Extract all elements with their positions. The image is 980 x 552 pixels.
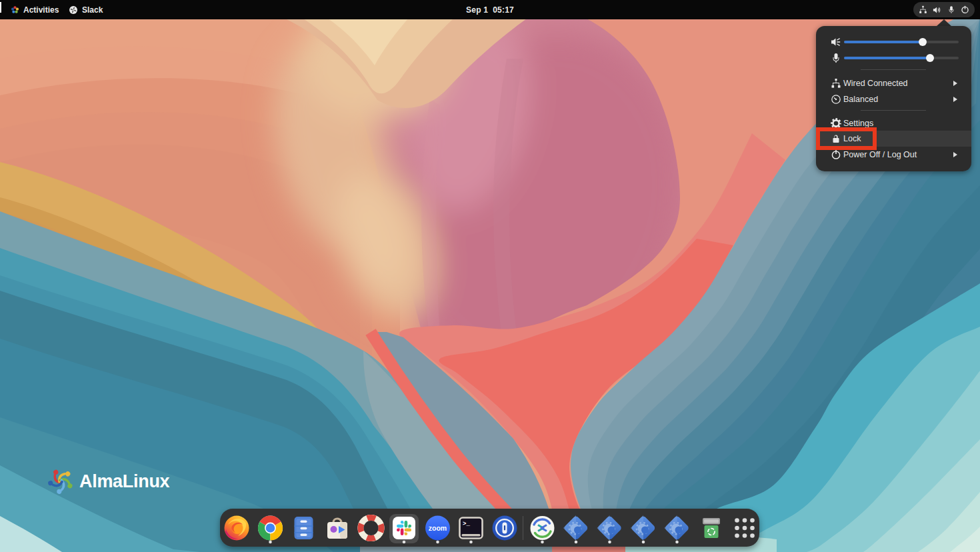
svg-text:>_: >_ xyxy=(463,521,470,527)
svg-text:zoom: zoom xyxy=(429,524,447,532)
